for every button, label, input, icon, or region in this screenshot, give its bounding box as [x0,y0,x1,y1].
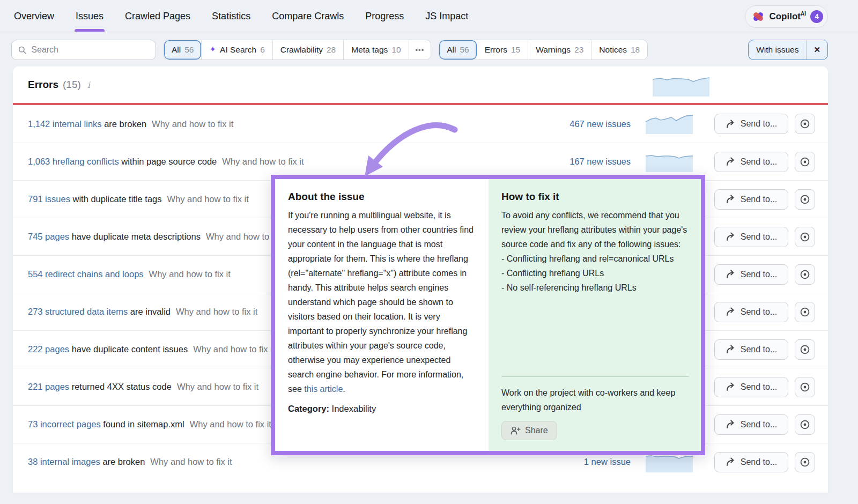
send-to-label: Send to... [741,270,778,279]
view-issue-button[interactable] [795,377,815,397]
filter-chip-label: ••• [416,46,425,54]
filter-chip-all[interactable]: All56 [164,40,201,60]
send-to-button[interactable]: Send to... [714,377,788,397]
filter-bar: All56✦AI Search6Crawlability28Meta tags1… [0,33,858,66]
nav-tab-statistics[interactable]: Statistics [211,1,252,32]
send-to-label: Send to... [741,232,778,242]
issue-link[interactable]: 222 pages [28,344,69,354]
view-issue-button[interactable] [795,339,815,360]
view-issue-button[interactable] [795,414,815,435]
filter-chip-count: 56 [184,45,194,55]
send-to-label: Send to... [741,345,778,354]
eye-icon [800,307,810,317]
eye-icon [800,457,810,468]
why-how-to-fix-link[interactable]: Why and how to fix it [150,457,232,467]
eye-icon [800,344,810,355]
issue-link[interactable]: 554 redirect chains and loops [28,269,144,279]
with-issues-filter[interactable]: With issues ✕ [748,40,828,60]
issue-trend-sparkline [646,114,693,134]
new-issues-link[interactable]: 1 new issue [556,457,631,467]
issue-link[interactable]: 1,142 internal links [28,119,102,129]
issue-row: 1,142 internal links are brokenWhy and h… [13,105,828,143]
filter-chip-errors[interactable]: Errors15 [477,40,528,60]
issue-text-value: have duplicate content issues [72,344,188,354]
view-issue-button[interactable] [795,302,815,322]
issue-trend-sparkline [646,152,693,172]
nav-tab-crawled-pages[interactable]: Crawled Pages [124,1,191,32]
issue-link[interactable]: 745 pages [28,232,69,241]
issue-link[interactable]: 73 incorrect pages [28,419,101,429]
issue-text: with duplicate title tags [70,194,162,204]
why-how-to-fix-link[interactable]: Why and how to fix it [176,307,257,317]
filter-chip-label: Warnings [536,45,571,55]
with-issues-label: With issues [749,40,806,60]
search-input[interactable] [31,45,149,55]
view-issue-button[interactable] [795,452,815,472]
filter-chip-warnings[interactable]: Warnings23 [528,40,591,60]
share-text: Work on the project with co-workers and … [501,386,689,414]
issue-link[interactable]: 1,063 hreflang conflicts [28,157,119,166]
nav-tab-compare-crawls[interactable]: Compare Crawls [271,1,345,32]
filter-chip-meta-tags[interactable]: Meta tags10 [343,40,408,60]
top-navigation: OverviewIssuesCrawled PagesStatisticsCom… [0,0,858,33]
filter-chip-label: Errors [485,45,507,55]
send-to-button[interactable]: Send to... [714,452,788,472]
send-to-button[interactable]: Send to... [714,227,788,247]
add-person-icon [511,426,521,435]
send-to-button[interactable]: Send to... [714,152,788,172]
send-arrow-icon [726,120,736,129]
why-how-to-fix-link[interactable]: Why and how to fix it [190,419,271,429]
view-issue-button[interactable] [795,227,815,247]
nav-tab-overview[interactable]: Overview [13,1,55,32]
about-body: If you're running a multilingual website… [288,208,477,396]
view-issue-button[interactable] [795,189,815,210]
share-block: Work on the project with co-workers and … [501,376,689,440]
nav-tab-progress[interactable]: Progress [364,1,405,32]
send-to-button[interactable]: Send to... [714,189,788,210]
issue-text-value: returned 4XX status code [72,382,172,391]
copilot-label: CopilotAI [769,11,806,22]
nav-tab-js-impact[interactable]: JS Impact [424,1,469,32]
why-how-to-fix-link[interactable]: Why and how to fix it [167,194,249,204]
copilot-button[interactable]: CopilotAI 4 [745,5,828,28]
share-button[interactable]: Share [501,421,557,440]
issue-link[interactable]: 791 issues [28,194,70,204]
issue-link[interactable]: 273 structured data items [28,307,128,316]
filter-chip-ai-search[interactable]: ✦AI Search6 [201,40,272,60]
issue-link[interactable]: 221 pages [28,382,69,391]
issue-text: found in sitemap.xml [101,419,184,429]
send-to-button[interactable]: Send to... [714,264,788,285]
filter-chip-crawlability[interactable]: Crawlability28 [272,40,344,60]
with-issues-close-icon[interactable]: ✕ [807,40,827,60]
more-filters-button[interactable]: ••• [409,40,431,60]
nav-tab-issues[interactable]: Issues [75,1,105,32]
why-how-to-fix-link[interactable]: Why and how to fix it [177,382,258,392]
issue-link[interactable]: 38 internal images [28,457,100,466]
category-filter-group: All56✦AI Search6Crawlability28Meta tags1… [164,40,431,60]
view-issue-button[interactable] [795,152,815,172]
why-how-to-fix-link[interactable]: Why and how to fix it [149,269,231,279]
send-to-button[interactable]: Send to... [714,302,788,322]
view-issue-button[interactable] [795,264,815,285]
why-how-to-fix-link[interactable]: Why and how to fix it [152,119,233,129]
why-how-to-fix-link[interactable]: Why and how to fix it [222,157,304,167]
view-issue-button[interactable] [795,114,815,134]
filter-chip-count: 56 [460,45,469,55]
send-to-button[interactable]: Send to... [714,114,788,134]
send-to-button[interactable]: Send to... [714,339,788,360]
new-issues-link[interactable]: 167 new issues [556,157,631,167]
send-to-button[interactable]: Send to... [714,414,788,435]
filter-chip-notices[interactable]: Notices18 [591,40,647,60]
errors-title: Errors [28,79,58,91]
why-how-to-fix-link[interactable]: Why and how to fix it [193,344,275,354]
this-article-link[interactable]: this article [304,384,343,394]
eye-icon [800,269,810,280]
ai-sparkles-icon: ✦ [209,45,216,54]
search-box[interactable] [11,40,156,60]
severity-filter-group: All56Errors15Warnings23Notices18 [439,40,648,60]
nav-tabs: OverviewIssuesCrawled PagesStatisticsCom… [13,1,489,32]
filter-chip-all[interactable]: All56 [439,40,476,60]
info-icon[interactable]: i [87,80,90,90]
new-issues-link[interactable]: 467 new issues [556,119,631,129]
filter-chip-count: 6 [260,45,265,55]
